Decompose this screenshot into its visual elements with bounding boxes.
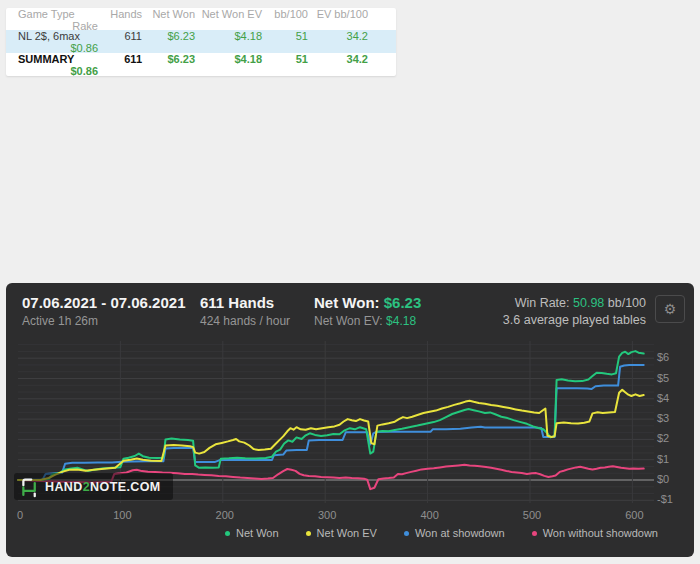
legend-item-won-at-showdown[interactable]: Won at showdown xyxy=(404,527,505,539)
legend-dot-icon xyxy=(306,531,311,536)
series-line-net-won xyxy=(18,351,644,480)
cell-bb100: 51 xyxy=(266,53,312,65)
legend-item-won-without-showdown[interactable]: Won without showdown xyxy=(532,527,658,539)
watermark-text: HAND2NOTE.COM xyxy=(45,480,161,494)
x-tick-label: 100 xyxy=(107,509,137,521)
cell-hands: 611 xyxy=(102,30,146,42)
legend-label: Won without showdown xyxy=(543,527,658,539)
header-net-won[interactable]: Net Won xyxy=(146,8,199,20)
y-tick-label: -$1 xyxy=(657,493,673,505)
legend-label: Won at showdown xyxy=(415,527,505,539)
y-tick-label: $5 xyxy=(657,372,669,384)
x-tick-label: 500 xyxy=(517,509,547,521)
cell-hands: 611 xyxy=(102,53,146,65)
header-game-type[interactable]: Game Type xyxy=(6,8,102,20)
legend-label: Net Won EV xyxy=(317,527,377,539)
session-results-panel: 07.06.2021 - 07.06.2021 Active 1h 26m 61… xyxy=(6,283,694,557)
hand2note-logo-icon xyxy=(19,476,40,498)
x-tick-label: 200 xyxy=(210,509,240,521)
legend-dot-icon xyxy=(404,531,409,536)
legend-item-net-won[interactable]: Net Won xyxy=(225,527,279,539)
cell-net-won: $6.23 xyxy=(146,30,199,42)
cell-net-won-ev: $4.18 xyxy=(199,30,266,42)
cell-ev-bb100: 34.2 xyxy=(312,30,372,42)
y-tick-label: $6 xyxy=(657,351,669,363)
legend-label: Net Won xyxy=(236,527,279,539)
header-ev-bb100[interactable]: EV bb/100 xyxy=(312,8,372,20)
game-stats-table: Game Type Hands Net Won Net Won EV bb/10… xyxy=(6,8,396,76)
cell-game-type: SUMMARY xyxy=(6,53,102,65)
hand2note-watermark: HAND2NOTE.COM xyxy=(14,473,173,500)
legend-dot-icon xyxy=(532,531,537,536)
y-tick-label: $4 xyxy=(657,392,669,404)
cell-ev-bb100: 34.2 xyxy=(312,53,372,65)
x-tick-label: 400 xyxy=(415,509,445,521)
y-tick-label: $1 xyxy=(657,453,669,465)
legend-item-net-won-ev[interactable]: Net Won EV xyxy=(306,527,377,539)
x-tick-label: 300 xyxy=(312,509,342,521)
y-tick-label: $3 xyxy=(657,412,669,424)
cell-game-type: NL 2$, 6max xyxy=(6,30,102,42)
x-tick-label: 0 xyxy=(5,509,35,521)
cell-bb100: 51 xyxy=(266,30,312,42)
cell-net-won-ev: $4.18 xyxy=(199,53,266,65)
header-net-won-ev[interactable]: Net Won EV xyxy=(199,8,266,20)
cell-rake: $0.86 xyxy=(6,65,102,77)
cell-net-won: $6.23 xyxy=(146,53,199,65)
y-tick-label: $0 xyxy=(657,473,669,485)
x-tick-label: 600 xyxy=(619,509,649,521)
legend-dot-icon xyxy=(225,531,230,536)
table-row-nl2-6max[interactable]: NL 2$, 6max 611 $6.23 $4.18 51 34.2 $0.8… xyxy=(6,30,396,53)
table-header-row: Game Type Hands Net Won Net Won EV bb/10… xyxy=(6,8,396,30)
y-tick-label: $2 xyxy=(657,432,669,444)
hand2note-results-page: Game Type Hands Net Won Net Won EV bb/10… xyxy=(0,0,700,564)
header-bb100[interactable]: bb/100 xyxy=(266,8,312,20)
header-hands[interactable]: Hands xyxy=(102,8,146,20)
table-row-summary[interactable]: SUMMARY 611 $6.23 $4.18 51 34.2 $0.86 xyxy=(6,53,396,76)
series-line-won-at-showdown xyxy=(18,365,644,480)
chart-legend: Net WonNet Won EVWon at showdownWon with… xyxy=(6,527,658,539)
